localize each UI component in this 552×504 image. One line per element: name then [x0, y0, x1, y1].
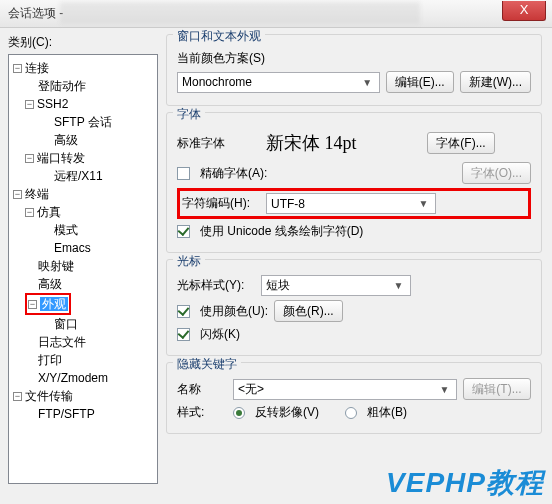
session-options-window: 会话选项 - X 类别(C): −连接 登陆动作 −SSH2 SFTP 会话 高… [0, 0, 552, 504]
tree-item-terminal[interactable]: −终端 [11, 185, 155, 203]
tree-item-xyz[interactable]: X/Y/Zmodem [11, 369, 155, 387]
style-label: 样式: [177, 404, 227, 421]
group-title: 字体 [173, 106, 205, 123]
unicode-line-checkbox[interactable] [177, 225, 190, 238]
chevron-down-icon: ▼ [391, 280, 406, 291]
font2-button: 字体(O)... [462, 162, 531, 184]
collapse-icon[interactable]: − [28, 300, 37, 309]
titlebar-blur [60, 2, 420, 24]
edit-scheme-button[interactable]: 编辑(E)... [386, 71, 454, 93]
tree-item-connection[interactable]: −连接 [11, 59, 155, 77]
group-title: 隐藏关键字 [173, 356, 241, 373]
reverse-radio[interactable] [233, 407, 245, 419]
cursor-style-select[interactable]: 短块 ▼ [261, 275, 411, 296]
reverse-label: 反转影像(V) [255, 404, 319, 421]
tree-item-advanced[interactable]: 高级 [11, 131, 155, 149]
name-select[interactable]: <无> ▼ [233, 379, 457, 400]
tree-item-port-forward[interactable]: −端口转发 [11, 149, 155, 167]
collapse-icon[interactable]: − [13, 392, 22, 401]
dialog-body: 类别(C): −连接 登陆动作 −SSH2 SFTP 会话 高级 −端口转发 远… [0, 28, 552, 504]
font-sample: 新宋体 14pt [261, 128, 421, 158]
group-title: 窗口和文本外观 [173, 28, 265, 45]
tree-item-login-action[interactable]: 登陆动作 [11, 77, 155, 95]
blink-label: 闪烁(K) [200, 326, 240, 343]
font-button[interactable]: 字体(F)... [427, 132, 495, 154]
chevron-down-icon: ▼ [416, 198, 431, 209]
new-scheme-button[interactable]: 新建(W)... [460, 71, 531, 93]
unicode-line-label: 使用 Unicode 线条绘制字符(D) [200, 223, 363, 240]
tree-item-ssh2[interactable]: −SSH2 [11, 95, 155, 113]
window-title: 会话选项 - [8, 5, 63, 22]
name-label: 名称 [177, 381, 227, 398]
tree-item-emulation[interactable]: −仿真 [11, 203, 155, 221]
category-label: 类别(C): [8, 34, 158, 51]
tree-item-file-transfer[interactable]: −文件传输 [11, 387, 155, 405]
tree-item-map-keys[interactable]: 映射键 [11, 257, 155, 275]
chevron-down-icon: ▼ [360, 77, 375, 88]
group-font: 字体 标准字体 新宋体 14pt 字体(F)... 精确字体(A): 字体(O)… [166, 112, 542, 253]
bold-radio[interactable] [345, 407, 357, 419]
group-title: 光标 [173, 253, 205, 270]
scheme-select[interactable]: Monochrome ▼ [177, 72, 380, 93]
tree-item-remote-x11[interactable]: 远程/X11 [11, 167, 155, 185]
close-icon: X [520, 2, 529, 17]
collapse-icon[interactable]: − [13, 64, 22, 73]
encoding-label: 字符编码(H): [182, 195, 260, 212]
tree-item-window[interactable]: 窗口 [11, 315, 155, 333]
group-window-text: 窗口和文本外观 当前颜色方案(S) Monochrome ▼ 编辑(E)... … [166, 34, 542, 106]
group-hidden-keyword: 隐藏关键字 名称 <无> ▼ 编辑(T)... 样式: 反转影像(V) [166, 362, 542, 434]
color-button[interactable]: 颜色(R)... [274, 300, 343, 322]
tree-item-advanced2[interactable]: 高级 [11, 275, 155, 293]
tree-item-log-file[interactable]: 日志文件 [11, 333, 155, 351]
tree-item-mode[interactable]: 模式 [11, 221, 155, 239]
category-tree[interactable]: −连接 登陆动作 −SSH2 SFTP 会话 高级 −端口转发 远程/X11 −… [8, 54, 158, 484]
titlebar: 会话选项 - X [0, 0, 552, 28]
tree-item-print[interactable]: 打印 [11, 351, 155, 369]
encoding-select[interactable]: UTF-8 ▼ [266, 193, 436, 214]
collapse-icon[interactable]: − [25, 208, 34, 217]
tree-item-sftp-session[interactable]: SFTP 会话 [11, 113, 155, 131]
tree-item-appearance[interactable]: −外观 [11, 293, 155, 315]
collapse-icon[interactable]: − [25, 100, 34, 109]
blink-checkbox[interactable] [177, 328, 190, 341]
tree-item-ftp-sftp[interactable]: FTP/SFTP [11, 405, 155, 423]
chevron-down-icon: ▼ [437, 384, 452, 395]
edit-name-button: 编辑(T)... [463, 378, 531, 400]
collapse-icon[interactable]: − [13, 190, 22, 199]
group-cursor: 光标 光标样式(Y): 短块 ▼ 使用颜色(U): 颜色(R)... [166, 259, 542, 356]
scheme-label: 当前颜色方案(S) [177, 50, 265, 67]
settings-panel: 窗口和文本外观 当前颜色方案(S) Monochrome ▼ 编辑(E)... … [162, 28, 552, 504]
std-font-label: 标准字体 [177, 135, 255, 152]
close-button[interactable]: X [502, 1, 546, 21]
use-color-label: 使用颜色(U): [200, 303, 268, 320]
tree-item-emacs[interactable]: Emacs [11, 239, 155, 257]
collapse-icon[interactable]: − [25, 154, 34, 163]
bold-label: 粗体(B) [367, 404, 407, 421]
exact-font-checkbox[interactable] [177, 167, 190, 180]
category-panel: 类别(C): −连接 登陆动作 −SSH2 SFTP 会话 高级 −端口转发 远… [0, 28, 162, 504]
use-color-checkbox[interactable] [177, 305, 190, 318]
exact-font-label: 精确字体(A): [200, 165, 456, 182]
cursor-style-label: 光标样式(Y): [177, 277, 255, 294]
